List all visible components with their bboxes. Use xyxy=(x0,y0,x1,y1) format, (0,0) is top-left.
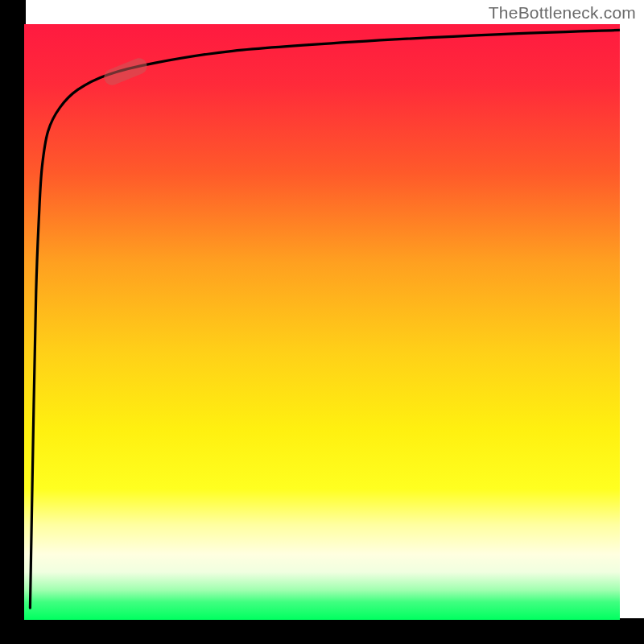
y-axis xyxy=(0,0,26,644)
watermark-text: TheBottleneck.com xyxy=(489,3,636,23)
curve-layer xyxy=(24,24,620,620)
x-axis xyxy=(0,618,644,644)
curve-path xyxy=(30,30,620,608)
plot-area xyxy=(24,24,620,620)
chart-frame: TheBottleneck.com xyxy=(0,0,644,644)
